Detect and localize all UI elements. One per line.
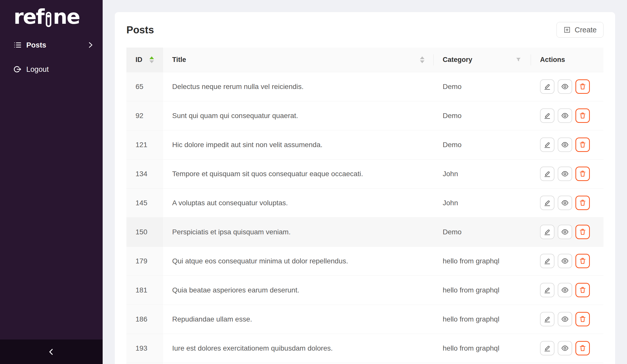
column-header-id[interactable]: ID [126,48,163,72]
edit-button[interactable] [540,225,554,239]
trash-icon [579,315,587,323]
cell-category: hello from graphql [434,276,531,305]
edit-button[interactable] [540,138,554,152]
cell-actions [531,276,603,305]
cell-title: Delectus neque rerum nulla vel reiciendi… [163,72,434,101]
trash-icon [579,344,587,352]
cell-id: 186 [126,305,163,334]
sidebar-menu: Posts Logout [0,37,103,77]
eye-icon [561,83,569,90]
cell-title: Hic dolore impedit aut sint non velit as… [163,130,434,159]
edit-button[interactable] [540,283,554,297]
logo-pill-i-icon [46,12,51,27]
delete-button[interactable] [575,138,590,152]
column-header-category: Category [434,48,531,72]
show-button[interactable] [558,283,572,297]
edit-icon [543,83,551,90]
table-row: 145 A voluptas aut consequatur voluptas.… [126,188,603,217]
edit-icon [543,257,551,265]
show-button[interactable] [558,196,572,210]
trash-icon [579,112,587,120]
chevron-right-icon [87,41,94,49]
cell-id: 179 [126,246,163,276]
delete-button[interactable] [575,108,590,123]
column-label-category: Category [443,56,472,64]
cell-title: Repudiandae ullam esse. [163,305,434,334]
edit-icon [543,286,551,294]
show-button[interactable] [558,225,572,239]
table-row: 193 Iure est dolores exercitationem quib… [126,334,603,363]
column-label-id: ID [136,56,142,64]
create-button[interactable]: Create [556,22,603,38]
cell-title: Qui atque eos consequatur minima ut dolo… [163,246,434,276]
show-button[interactable] [558,167,572,181]
delete-button[interactable] [575,283,590,297]
show-button[interactable] [558,341,572,355]
unordered-list-icon [13,41,22,49]
cell-actions [531,101,603,130]
cell-actions [531,72,603,101]
edit-button[interactable] [540,196,554,210]
trash-icon [579,170,587,178]
edit-button[interactable] [540,167,554,181]
edit-button[interactable] [540,108,554,123]
edit-button[interactable] [540,254,554,268]
delete-button[interactable] [575,254,590,268]
plus-square-icon [563,26,571,34]
column-header-actions: Actions [531,48,603,72]
sidebar-item-logout[interactable]: Logout [0,61,103,77]
delete-button[interactable] [575,312,590,326]
edit-icon [543,344,551,352]
table-row: 186 Repudiandae ullam esse. hello from g… [126,305,603,334]
cell-actions [531,246,603,276]
sidebar-item-posts[interactable]: Posts [0,37,103,53]
edit-button[interactable] [540,341,554,355]
eye-icon [561,286,569,294]
cell-id: 145 [126,188,163,217]
show-button[interactable] [558,108,572,123]
show-button[interactable] [558,312,572,326]
sidebar-collapse-trigger[interactable] [0,339,103,364]
main-content: Posts Create ID [103,0,627,364]
column-label-title: Title [172,56,186,64]
cell-actions [531,334,603,363]
delete-button[interactable] [575,341,590,355]
show-button[interactable] [558,254,572,268]
cell-actions [531,305,603,334]
edit-button[interactable] [540,79,554,94]
edit-icon [543,170,551,178]
app-root: refne Posts Logout [0,0,627,364]
show-button[interactable] [558,138,572,152]
sort-carets-icon [149,56,154,63]
eye-icon [561,257,569,265]
show-button[interactable] [558,79,572,94]
edit-button[interactable] [540,312,554,326]
eye-icon [561,344,569,352]
posts-table: ID Title [126,48,603,364]
cell-id: 181 [126,276,163,305]
trash-icon [579,141,587,149]
cell-actions [531,130,603,159]
cell-title: A voluptas aut consequatur voluptas. [163,188,434,217]
table-row: 92 Sunt qui quam qui consequatur quaerat… [126,101,603,130]
eye-icon [561,315,569,323]
sort-carets-icon [420,56,424,63]
column-header-title[interactable]: Title [163,48,434,72]
eye-icon [561,170,569,178]
table-row: 179 Qui atque eos consequatur minima ut … [126,246,603,276]
delete-button[interactable] [575,225,590,239]
cell-category: Demo [434,217,531,246]
sidebar-item-label: Posts [26,41,46,49]
filter-funnel-icon[interactable] [515,56,522,63]
eye-icon [561,141,569,149]
column-label-actions: Actions [540,56,565,64]
delete-button[interactable] [575,79,590,94]
delete-button[interactable] [575,167,590,181]
trash-icon [579,199,587,207]
posts-card: Posts Create ID [115,12,615,364]
delete-button[interactable] [575,196,590,210]
edit-icon [543,199,551,207]
cell-category: hello from graphql [434,305,531,334]
logout-label: Logout [26,65,49,74]
cell-category: hello from graphql [434,246,531,276]
